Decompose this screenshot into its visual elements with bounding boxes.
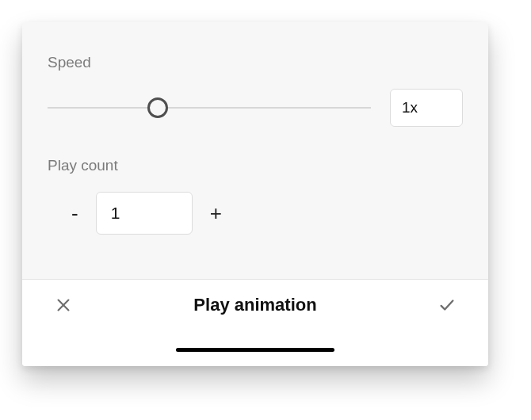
play-count-value-text: 1 — [111, 204, 120, 223]
minus-icon: - — [71, 201, 78, 225]
speed-label: Speed — [48, 54, 463, 71]
play-count-field[interactable]: 1 — [96, 192, 193, 235]
cancel-button[interactable] — [52, 294, 74, 316]
play-count-row: - 1 + — [48, 192, 463, 235]
speed-slider-track — [48, 107, 371, 109]
check-icon — [438, 296, 456, 314]
close-icon — [55, 296, 72, 314]
panel-body: Speed 1x Play count - 1 — [22, 22, 488, 279]
play-count-decrement-button[interactable]: - — [71, 203, 78, 223]
confirm-button[interactable] — [436, 294, 458, 316]
speed-value-text: 1x — [402, 99, 418, 116]
footer-row: Play animation — [22, 280, 488, 330]
home-indicator[interactable] — [176, 348, 334, 352]
speed-slider-thumb[interactable] — [147, 97, 168, 118]
animation-settings-panel: Speed 1x Play count - 1 — [22, 22, 488, 366]
play-count-increment-button[interactable]: + — [210, 203, 222, 223]
speed-slider[interactable] — [48, 97, 371, 119]
plus-icon: + — [210, 201, 222, 225]
play-count-label: Play count — [48, 157, 463, 174]
speed-value-field[interactable]: 1x — [390, 89, 463, 127]
action-footer: Play animation — [22, 279, 488, 366]
footer-title: Play animation — [74, 295, 436, 315]
speed-row: 1x — [48, 89, 463, 127]
